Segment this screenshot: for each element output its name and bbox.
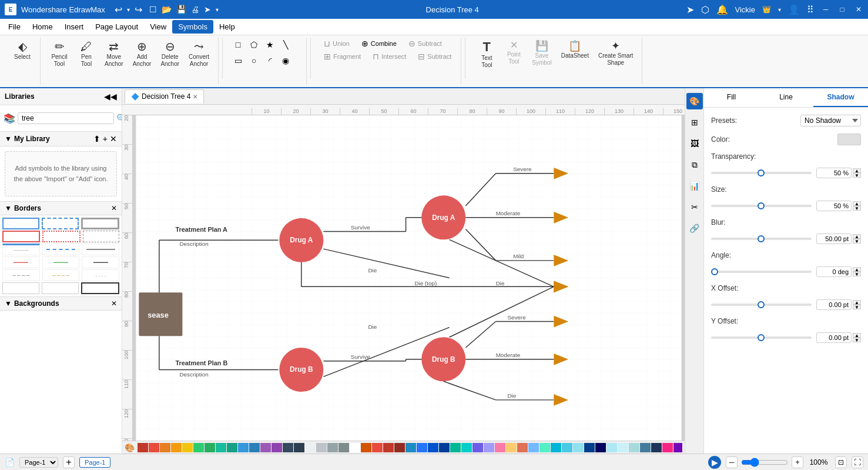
xoffset-slider[interactable] xyxy=(711,304,812,306)
border-item[interactable] xyxy=(82,244,119,255)
line-shape-btn[interactable]: ╲ xyxy=(279,38,293,52)
arc-shape-btn[interactable]: ◜ xyxy=(263,54,277,68)
color-swatch[interactable] xyxy=(283,443,293,452)
color-swatch[interactable] xyxy=(339,443,349,452)
size-slider[interactable] xyxy=(711,205,812,207)
convert-anchor-btn[interactable]: ⤳ ConvertAnchor xyxy=(185,38,213,71)
palette-dropper-icon[interactable]: 🎨 xyxy=(125,443,135,452)
color-swatch[interactable] xyxy=(439,443,450,452)
color-swatch[interactable] xyxy=(651,443,662,452)
yoffset-slider[interactable] xyxy=(711,336,812,339)
xoffset-down[interactable]: ▼ xyxy=(853,305,861,309)
border-item[interactable]: ━━━━━ xyxy=(2,256,40,268)
color-swatch[interactable] xyxy=(528,443,539,452)
shadow-tab[interactable]: Shadow xyxy=(813,88,868,107)
open-btn[interactable]: 📂 xyxy=(162,5,172,14)
color-swatch[interactable] xyxy=(640,443,651,452)
search-icon[interactable]: 🔍 xyxy=(116,114,122,123)
layout-icon[interactable]: ⊞ xyxy=(686,114,703,131)
color-swatch[interactable] xyxy=(327,443,338,452)
donut-shape-btn[interactable]: ◉ xyxy=(279,54,293,68)
link-icon[interactable]: 🔗 xyxy=(686,220,703,236)
intersect-btn[interactable]: ⊓ Intersect xyxy=(368,51,411,62)
angle-input[interactable] xyxy=(816,266,852,277)
color-swatch[interactable] xyxy=(428,443,438,452)
rect-shape-btn[interactable]: □ xyxy=(231,38,245,52)
menu-view[interactable]: View xyxy=(144,20,172,34)
tab-decision-tree[interactable]: 🔷 Decision Tree 4 ✕ xyxy=(125,89,204,104)
color-picker[interactable] xyxy=(837,134,861,145)
transparency-down[interactable]: ▼ xyxy=(853,173,861,178)
data-icon[interactable]: 📊 xyxy=(686,178,703,194)
pencil-tool-btn[interactable]: ✏ PencilTool xyxy=(46,38,72,71)
border-item[interactable]: ━━━━━ xyxy=(82,256,119,268)
library-search-input[interactable] xyxy=(18,112,114,124)
image-icon[interactable]: 🖼 xyxy=(686,135,703,152)
fit-page-btn[interactable]: ⊡ xyxy=(835,456,847,468)
blur-input[interactable] xyxy=(816,234,852,244)
share-btn[interactable]: ➤ xyxy=(204,5,211,14)
color-swatch[interactable] xyxy=(629,443,639,452)
color-swatch[interactable] xyxy=(227,443,237,452)
color-swatch[interactable] xyxy=(484,443,494,452)
color-swatch[interactable] xyxy=(472,443,483,452)
color-swatch[interactable] xyxy=(662,443,673,452)
backgrounds-section-header[interactable]: ▼ Backgrounds ✕ xyxy=(0,296,122,311)
color-swatch[interactable] xyxy=(372,443,383,452)
color-swatch[interactable] xyxy=(562,443,572,452)
send-icon[interactable]: ➤ xyxy=(686,4,694,15)
create-smart-shape-btn[interactable]: ✦ Create SmartShape xyxy=(594,38,637,69)
color-swatch[interactable] xyxy=(272,443,282,452)
color-swatch[interactable] xyxy=(461,443,472,452)
blur-down[interactable]: ▼ xyxy=(853,239,861,244)
border-item[interactable] xyxy=(2,282,39,294)
add-page-btn[interactable]: + xyxy=(63,456,75,468)
color-swatch[interactable] xyxy=(193,443,204,452)
move-anchor-btn[interactable]: ⇄ MoveAnchor xyxy=(100,38,128,71)
color-swatch[interactable] xyxy=(405,443,416,452)
size-input[interactable] xyxy=(816,201,852,211)
format-icon[interactable]: 🎨 xyxy=(686,93,703,109)
new-btn[interactable]: ☐ xyxy=(149,5,157,14)
union-btn[interactable]: ⊔ Union xyxy=(319,38,354,49)
transparency-input[interactable] xyxy=(816,168,852,178)
size-down[interactable]: ▼ xyxy=(853,206,861,211)
color-swatch[interactable] xyxy=(260,443,271,452)
undo-btn[interactable]: ↩ xyxy=(115,4,122,15)
tab-close-btn[interactable]: ✕ xyxy=(193,94,197,100)
close-lib-btn[interactable]: ✕ xyxy=(110,134,117,144)
apps-icon[interactable]: ⠿ xyxy=(807,4,814,15)
yoffset-down[interactable]: ▼ xyxy=(853,338,861,342)
color-swatch[interactable] xyxy=(584,443,595,452)
fullscreen-btn[interactable]: ⛶ xyxy=(852,456,863,468)
color-swatch[interactable] xyxy=(205,443,215,452)
transparency-slider[interactable] xyxy=(711,172,812,174)
menu-file[interactable]: File xyxy=(2,20,26,34)
presets-select[interactable]: No Shadow Drop Shadow Inner Shadow xyxy=(800,115,861,126)
pentagon-shape-btn[interactable]: ⬠ xyxy=(247,38,261,52)
color-swatch[interactable] xyxy=(182,443,193,452)
zoom-in-btn[interactable]: + xyxy=(792,456,803,468)
color-swatch[interactable] xyxy=(595,443,606,452)
user-dropdown[interactable]: ▾ xyxy=(778,6,781,13)
border-item[interactable]: ━━━━━ xyxy=(42,256,80,268)
yoffset-input[interactable] xyxy=(816,332,852,343)
color-swatch[interactable] xyxy=(673,443,682,452)
crop-icon[interactable]: ✂ xyxy=(686,199,703,215)
add-lib-btn[interactable]: + xyxy=(103,134,108,144)
collapse-libraries-btn[interactable]: ◀◀ xyxy=(104,92,117,101)
combine-btn[interactable]: ⊕ Combine xyxy=(357,38,401,49)
color-swatch[interactable] xyxy=(551,443,561,452)
subtract-btn[interactable]: ⊟ Subtract xyxy=(413,51,456,62)
pen-tool-btn[interactable]: 🖊 PenTool xyxy=(73,38,99,71)
border-item[interactable]: ─ ─ ─ ─ xyxy=(2,269,40,281)
color-swatch[interactable] xyxy=(383,443,394,452)
blur-slider[interactable] xyxy=(711,238,812,240)
color-swatch[interactable] xyxy=(350,443,360,452)
color-swatch[interactable] xyxy=(618,443,628,452)
border-item[interactable]: - - - - xyxy=(82,269,119,281)
menu-insert[interactable]: Insert xyxy=(59,20,90,34)
color-swatch[interactable] xyxy=(316,443,327,452)
color-swatch[interactable] xyxy=(573,443,584,452)
zoom-slider[interactable] xyxy=(741,458,788,467)
